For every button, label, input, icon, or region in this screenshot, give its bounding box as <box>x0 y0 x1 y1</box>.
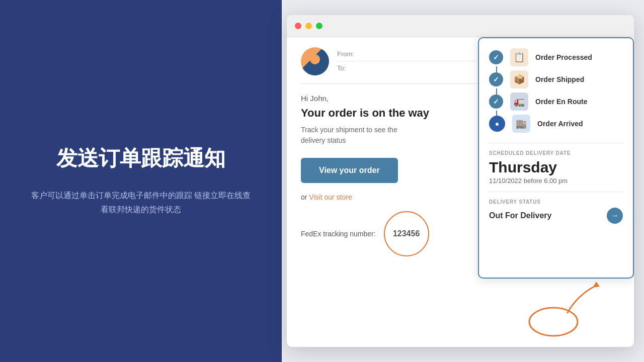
delivery-date: 11/10/2022 before 6.00 pm <box>489 177 623 185</box>
email-content: From: To: Hi John, Your order is on the … <box>287 37 634 347</box>
delivery-status-row: Out For Delivery → <box>489 208 623 224</box>
from-label: From: <box>337 50 362 58</box>
minimize-button[interactable] <box>305 23 312 29</box>
browser-titlebar <box>287 15 634 37</box>
dot-shipped: ✓ <box>489 72 503 86</box>
divider-2 <box>489 192 623 192</box>
label-shipped: Order Shipped <box>535 75 584 83</box>
divider-1 <box>489 143 623 143</box>
icon-en-route: 🚛 <box>510 93 528 111</box>
delivery-arrow-icon[interactable]: → <box>607 208 623 224</box>
delivery-status-text: Out For Delivery <box>489 211 551 220</box>
scheduled-label: SCHEDULED DELIVERY DATE <box>489 150 623 156</box>
delivery-status-label: DELIVERY STATUS <box>489 199 623 205</box>
icon-processed: 📋 <box>510 48 528 66</box>
left-panel: 发送订单跟踪通知 客户可以通过单击订单完成电子邮件中的跟踪 链接立即在线查看联邦… <box>0 0 282 362</box>
label-arrived: Order Arrived <box>537 120 583 128</box>
label-processed: Order Processed <box>535 53 592 61</box>
dot-en-route: ✓ <box>489 95 503 109</box>
timeline-item-shipped: ✓ 📦 Order Shipped <box>489 70 623 88</box>
tracking-annotation: 123456 <box>384 211 429 256</box>
order-timeline: ✓ 📋 Order Processed ✓ 📦 Order Shipped <box>489 48 623 133</box>
label-en-route: Order En Route <box>535 98 587 106</box>
browser-window: From: To: Hi John, Your order is on the … <box>287 15 634 347</box>
tracking-number: 123456 <box>384 211 429 256</box>
timeline-item-arrived: ● 🏬 Order Arrived <box>489 115 623 133</box>
avatar <box>301 47 329 75</box>
page-subtitle: 客户可以通过单击订单完成电子邮件中的跟踪 链接立即在线查看联邦快递的货件状态 <box>30 189 252 218</box>
dot-arrived: ● <box>489 116 505 132</box>
page-title: 发送订单跟踪通知 <box>56 145 225 172</box>
right-panel: From: To: Hi John, Your order is on the … <box>282 0 644 362</box>
icon-shipped: 📦 <box>510 70 528 88</box>
or-text: or <box>301 193 307 201</box>
dot-processed: ✓ <box>489 50 503 64</box>
delivery-day: Thursday <box>489 159 623 176</box>
tracking-label: FedEx tracking number: <box>301 230 376 238</box>
timeline-item-en-route: ✓ 🚛 Order En Route <box>489 93 623 111</box>
timeline-item-processed: ✓ 📋 Order Processed <box>489 48 623 66</box>
status-card: ✓ 📋 Order Processed ✓ 📦 Order Shipped <box>478 37 634 279</box>
close-button[interactable] <box>295 23 301 29</box>
visit-store-link[interactable]: Visit our store <box>309 193 352 201</box>
maximize-button[interactable] <box>316 23 323 29</box>
view-order-button[interactable]: View your order <box>301 158 398 183</box>
icon-arrived: 🏬 <box>512 115 530 133</box>
to-label: To: <box>337 64 362 72</box>
